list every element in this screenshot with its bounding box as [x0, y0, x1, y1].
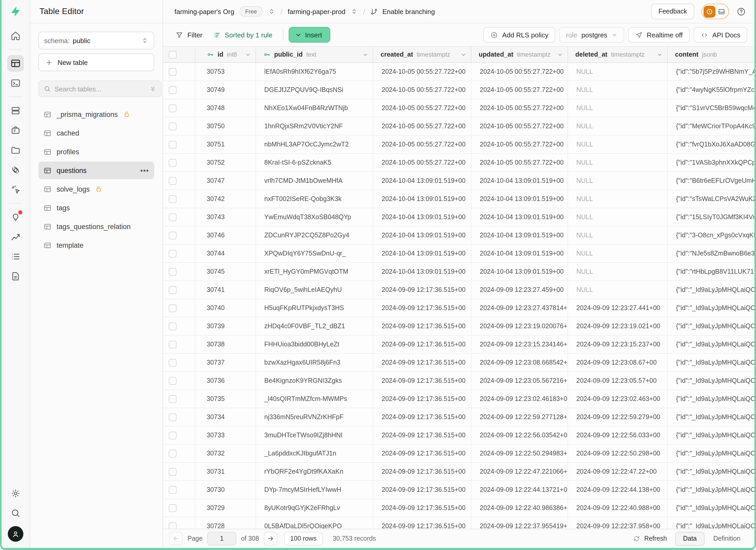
nav-sql-editor-icon[interactable] [7, 75, 24, 91]
cell-public_id[interactable]: rYbORF2e4YgDt9fKAXaKn [256, 463, 373, 480]
cell-content[interactable]: {"id":"_Id9aLyJpMHQLaiQC [668, 517, 754, 529]
cell-deleted_at[interactable]: 2024-09-09 12:23:19.021+00 [568, 317, 668, 335]
sort-button[interactable]: Sorted by 1 rule [208, 27, 278, 43]
cell-content[interactable]: {"id":"_Id9aLyJpMHQLaiQC [668, 281, 754, 299]
cell-updated_at[interactable]: 2024-10-04 13:09:01.519+00 [471, 208, 568, 226]
table-menu-button[interactable]: ••• [140, 166, 149, 174]
cell-created_at[interactable]: 2024-09-09 12:17:36.515+00 [373, 463, 471, 480]
row-checkbox[interactable] [169, 413, 177, 421]
cell-public_id[interactable]: vrlh7CMD-JtM1bOweMHfA [256, 172, 373, 190]
row-checkbox[interactable] [169, 340, 177, 348]
cell-content[interactable]: {"id":"_Id9aLyJpMHQLaiQC [668, 390, 754, 408]
cell-deleted_at[interactable]: NULL [568, 263, 668, 280]
cell-created_at[interactable]: 2024-09-09 12:17:36.515+00 [373, 481, 471, 499]
cell-content[interactable]: {"id":"_Id9aLyJpMHQLaiQC [668, 336, 754, 353]
cell-id[interactable]: 30733 [195, 426, 256, 444]
cell-updated_at[interactable]: 2024-09-09 12:22:50.294983+00 [471, 445, 568, 462]
add-rls-policy-button[interactable]: Add RLS policy [483, 27, 555, 43]
cell-deleted_at[interactable]: 2024-09-09 12:23:05.57+00 [568, 372, 668, 390]
sidebar-table-template[interactable]: template [38, 236, 154, 254]
cell-content[interactable]: {"id":"NJe5s8ZmBwnoB6e3s [668, 245, 754, 262]
cell-id[interactable]: 30750 [195, 117, 256, 135]
plan-badge[interactable]: Free [239, 6, 262, 17]
cell-deleted_at[interactable]: 2024-09-09 12:23:08.67+00 [568, 354, 668, 371]
cell-id[interactable]: 30734 [195, 408, 256, 426]
cell-updated_at[interactable]: 2024-09-09 12:22:40.986386+00 [471, 499, 568, 517]
project-breadcrumb[interactable]: farming-paper-prod [288, 8, 346, 15]
insert-button[interactable]: Insert [288, 27, 330, 43]
sidebar-table-cached[interactable]: cached [38, 124, 154, 142]
cell-updated_at[interactable]: 2024-10-05 00:55:27.722+00 [471, 154, 568, 171]
cell-deleted_at[interactable]: 2024-09-09 12:23:02.463+00 [568, 390, 668, 408]
prev-page-button[interactable] [169, 532, 183, 545]
row-checkbox[interactable] [169, 431, 177, 439]
cell-public_id[interactable]: nbMhHL3AP7OcCJymc2wT2 [256, 136, 373, 153]
cell-deleted_at[interactable]: NULL [568, 154, 668, 171]
cell-id[interactable]: 30741 [195, 281, 256, 299]
row-checkbox[interactable] [169, 522, 177, 529]
next-page-button[interactable] [264, 532, 277, 545]
role-select[interactable]: role postgres [559, 27, 624, 43]
cell-public_id[interactable]: nj336mN5reuRVNZrKHFpF [256, 408, 373, 426]
project-switcher-icon[interactable] [351, 8, 358, 15]
nav-reports-icon[interactable] [7, 229, 24, 245]
tab-data[interactable]: Data [675, 532, 705, 546]
cell-id[interactable]: 30753 [195, 63, 256, 81]
cell-updated_at[interactable]: 2024-10-04 13:09:01.519+00 [471, 226, 568, 244]
cell-id[interactable]: 30736 [195, 372, 256, 390]
rows-per-page-button[interactable]: 100 rows [284, 532, 323, 545]
cell-public_id[interactable]: lEfA0sRh9hIXf62Y6ga75 [256, 63, 373, 81]
cell-public_id[interactable]: ZDCunRYJP2CQ5Z8Po2Gy4 [256, 226, 373, 244]
sidebar-table-profiles[interactable]: profiles [38, 143, 154, 160]
nav-search-icon[interactable] [7, 505, 24, 521]
cell-updated_at[interactable]: 2024-10-05 00:55:27.722+00 [471, 81, 568, 99]
row-checkbox[interactable] [169, 359, 177, 366]
cell-deleted_at[interactable]: NULL [568, 190, 668, 208]
sidebar-table-solve_logs[interactable]: solve_logs [38, 180, 154, 198]
cell-content[interactable]: {"id":"4wyNgK55lOfrpmYZc [668, 81, 754, 99]
cell-public_id[interactable]: NhXEo1Xw04FnB4RzWTNjb [256, 99, 373, 117]
cell-content[interactable]: {"id":"B6tr6eEFLrOVgeUmH [668, 172, 754, 190]
row-checkbox[interactable] [169, 286, 177, 294]
nav-storage-icon[interactable] [7, 142, 24, 158]
cell-created_at[interactable]: 2024-10-04 13:09:01.519+00 [373, 263, 471, 280]
feedback-button[interactable]: Feedback [651, 4, 694, 19]
row-checkbox[interactable] [169, 304, 177, 312]
cell-public_id[interactable]: YwEmuWdqT38XoSB048QYp [256, 208, 373, 226]
row-checkbox[interactable] [169, 268, 177, 276]
cell-updated_at[interactable]: 2024-10-04 13:09:01.519+00 [471, 190, 568, 208]
row-checkbox[interactable] [169, 104, 177, 112]
cell-id[interactable]: 30737 [195, 354, 256, 371]
cell-deleted_at[interactable]: NULL [568, 226, 668, 244]
tab-definition[interactable]: Definition [706, 532, 748, 546]
nav-api-docs-icon[interactable] [7, 268, 24, 285]
sidebar-table-tags[interactable]: tags [38, 199, 154, 217]
cell-content[interactable]: {"id":"5b7j5Pz9WHBNmY_A [668, 63, 754, 81]
cell-updated_at[interactable]: 2024-10-05 00:55:27.722+00 [471, 136, 568, 153]
chevrons-down-icon[interactable] [150, 85, 156, 92]
nav-realtime-icon[interactable] [7, 181, 24, 198]
cell-id[interactable]: 30746 [195, 226, 256, 244]
cell-public_id[interactable]: xrETl_HyGY0mPMGVqtOTM [256, 263, 373, 280]
cell-created_at[interactable]: 2024-09-09 12:17:36.515+00 [373, 372, 471, 390]
row-checkbox[interactable] [169, 231, 177, 239]
row-checkbox[interactable] [169, 177, 177, 185]
help-icon[interactable] [736, 6, 746, 16]
cell-created_at[interactable]: 2024-09-09 12:17:36.515+00 [373, 281, 471, 299]
cell-created_at[interactable]: 2024-10-04 13:09:01.519+00 [373, 208, 471, 226]
cell-id[interactable]: 30743 [195, 208, 256, 226]
row-checkbox[interactable] [169, 159, 177, 166]
cell-deleted_at[interactable]: 2024-09-09 12:22:56.033+00 [568, 426, 668, 444]
cell-deleted_at[interactable]: 2024-09-09 12:22:37.958+00 [568, 517, 668, 529]
cell-created_at[interactable]: 2024-09-09 12:17:36.515+00 [373, 336, 471, 353]
row-checkbox[interactable] [169, 195, 177, 203]
column-header-deleted_at[interactable]: deleted_attimestamptz [568, 47, 668, 62]
cell-deleted_at[interactable]: 2024-09-09 12:22:44.138+00 [568, 481, 668, 499]
cell-content[interactable]: {"id":"S1vrVC5BrB59wqcM4 [668, 99, 754, 117]
org-breadcrumb[interactable]: farming-paper's Org [174, 8, 234, 15]
cell-deleted_at[interactable]: NULL [568, 63, 668, 81]
row-checkbox[interactable] [169, 468, 177, 475]
filter-button[interactable]: Filter [170, 27, 208, 43]
cell-updated_at[interactable]: 2024-09-09 12:22:59.277128+00 [471, 408, 568, 426]
cell-updated_at[interactable]: 2024-10-05 00:55:27.722+00 [471, 63, 568, 81]
